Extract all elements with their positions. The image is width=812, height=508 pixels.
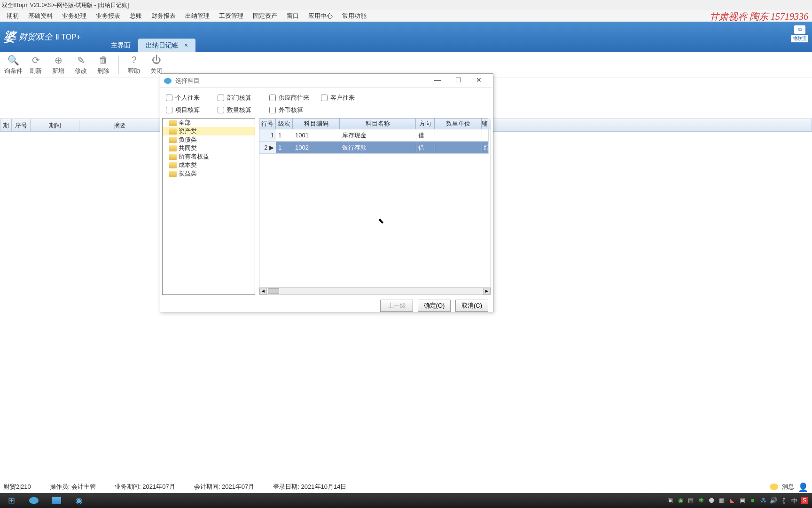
task-explorer[interactable] — [45, 493, 68, 508]
check-fx[interactable]: 外币核算 — [269, 106, 321, 114]
bg-col[interactable]: 期间 — [31, 119, 79, 131]
qr-icon[interactable]: ⧉ — [794, 25, 805, 34]
dialog-filters: 个人往来 部门核算 供应商往来 客户往来 项目核算 数量核算 外币核算 — [160, 88, 493, 118]
user-icon[interactable]: 👤 — [798, 482, 806, 492]
scroll-thumb[interactable] — [268, 288, 279, 294]
tray-ime[interactable]: 中 — [790, 497, 798, 504]
tree-item-liab[interactable]: 负债类 — [163, 135, 255, 144]
bg-col[interactable]: 摘要 — [79, 119, 160, 131]
menu-item[interactable]: 财务报表 — [147, 10, 180, 22]
tab-journal[interactable]: 出纳日记账 × — [138, 39, 195, 52]
menu-item[interactable]: 业务处理 — [57, 10, 91, 22]
tray-icon[interactable]: ▣ — [739, 497, 746, 504]
explorer-icon — [52, 497, 61, 504]
table-row[interactable]: 1 1 1001 库存现金 借 — [259, 129, 491, 142]
close-button[interactable]: ⏻关闭 — [145, 55, 168, 75]
menu-item[interactable]: 常用功能 — [337, 10, 371, 22]
tray-icon[interactable]: ▦ — [718, 497, 726, 504]
col-code[interactable]: 科目编码 — [293, 118, 340, 129]
menu-item[interactable]: 固定资产 — [248, 10, 282, 22]
task-screenshot[interactable]: ◉ — [68, 493, 90, 508]
cancel-button[interactable]: 取消(C) — [455, 300, 488, 312]
title-text: 双全ⅡTop+ V21.0<S>-网络版-试用版 - [出纳日记账] — [2, 2, 129, 8]
tray-wifi-icon[interactable]: ⸨ — [780, 497, 788, 504]
tray-icon[interactable]: ▣ — [666, 497, 674, 504]
help-button[interactable]: ?帮助 — [123, 55, 145, 75]
table-row[interactable]: 2 ▶ 1 1002 银行存款 借 结 — [259, 142, 491, 154]
folder-icon — [169, 145, 177, 151]
query-button[interactable]: 🔍询条件 — [2, 55, 24, 75]
check-personal[interactable]: 个人往来 — [166, 94, 218, 102]
search-icon: 🔍 — [8, 55, 19, 66]
menu-item[interactable]: 出纳管理 — [180, 10, 214, 22]
refresh-button[interactable]: ⟳刷新 — [24, 55, 47, 75]
scroll-left-icon[interactable]: ◄ — [259, 288, 267, 294]
tab-main[interactable]: 主界面 — [103, 39, 138, 52]
menu-item[interactable]: 基础资料 — [23, 10, 57, 22]
app-icon — [164, 78, 172, 84]
menu-item[interactable]: 工资管理 — [214, 10, 248, 22]
check-qty[interactable]: 数量核算 — [218, 106, 269, 114]
grid-rows[interactable]: 1 1 1001 库存现金 借 2 ▶ 1 1002 银行存款 借 结 — [259, 129, 491, 287]
close-button[interactable]: ✕ — [468, 74, 489, 87]
logo-main: 婆 — [4, 29, 17, 45]
folder-icon — [169, 120, 177, 126]
ok-button[interactable]: 确定(O) — [418, 300, 451, 312]
edit-button[interactable]: ✎修改 — [70, 55, 92, 75]
tree-item-assets[interactable]: 资产类 — [163, 127, 255, 135]
menu-item[interactable]: 应用中心 — [304, 10, 337, 22]
scroll-right-icon[interactable]: ► — [483, 288, 491, 294]
status-bar: 财贸2j210 操作员: 会计主管 业务期间: 2021年07月 会计期间: 2… — [0, 480, 812, 493]
tree-item-equity[interactable]: 所有者权益 — [163, 152, 255, 161]
system-tray: ▣ ◉ ▤ ❃ ⯃ ▦ ◣ ▣ ■ ⁂ 🔊 ⸨ 中 S — [666, 497, 812, 504]
check-customer[interactable]: 客户往来 — [321, 94, 373, 102]
menu-item[interactable]: 业务报表 — [91, 10, 125, 22]
tree-item-pl[interactable]: 损益类 — [163, 169, 255, 178]
tray-icon[interactable]: ◉ — [677, 497, 684, 504]
edit-icon: ✎ — [77, 55, 85, 66]
col-aux[interactable]: 辅 — [482, 118, 488, 129]
tree-item-all[interactable]: 全部 — [163, 119, 255, 127]
col-name[interactable]: 科目名称 — [340, 118, 416, 129]
tray-wechat-icon[interactable]: ❃ — [697, 497, 705, 504]
tray-bluetooth-icon[interactable]: ⁂ — [759, 497, 767, 504]
app-header: 婆 财贸双全 Ⅱ TOP+ 主界面 出纳日记账 × ⧉ 物联宝 — [0, 22, 812, 52]
horizontal-scrollbar[interactable]: ◄ ► — [259, 287, 491, 295]
dialog-titlebar[interactable]: 选择科目 — ☐ ✕ — [160, 74, 493, 88]
add-button[interactable]: ⊕新增 — [47, 55, 70, 75]
col-unit[interactable]: 数里单位 — [435, 118, 482, 129]
col-level[interactable]: 级次 — [276, 118, 293, 129]
start-button[interactable]: ⊞ — [0, 493, 23, 508]
message-label[interactable]: 消息 — [782, 483, 794, 491]
tray-icon[interactable]: ⯃ — [708, 497, 715, 504]
dialog-title: 选择科目 — [175, 77, 427, 85]
col-dir[interactable]: 方向 — [416, 118, 435, 129]
tree-item-cost[interactable]: 成本类 — [163, 161, 255, 169]
tab-close-icon[interactable]: × — [184, 41, 188, 49]
maximize-button[interactable]: ☐ — [448, 74, 468, 87]
message-icon[interactable] — [770, 484, 778, 490]
minimize-button[interactable]: — — [427, 74, 448, 87]
menu-item[interactable]: 总账 — [125, 10, 147, 22]
check-project[interactable]: 项目核算 — [166, 106, 218, 114]
menu-item[interactable]: 窗口 — [282, 10, 304, 22]
tree-item-common[interactable]: 共同类 — [163, 144, 255, 152]
tray-icon[interactable]: ■ — [749, 497, 757, 504]
check-supplier[interactable]: 供应商往来 — [269, 94, 321, 102]
bg-col[interactable]: 序号 — [12, 119, 31, 131]
check-dept[interactable]: 部门核算 — [218, 94, 269, 102]
taskbar: ⊞ ◉ ▣ ◉ ▤ ❃ ⯃ ▦ ◣ ▣ ■ ⁂ 🔊 ⸨ 中 S — [0, 493, 812, 508]
tray-icon[interactable]: ◣ — [728, 497, 736, 504]
tray-icon[interactable]: ▤ — [687, 497, 695, 504]
tray-sogou-icon[interactable]: S — [801, 497, 808, 504]
menu-item[interactable]: 期初 — [2, 10, 23, 22]
wlb-badge[interactable]: 物联宝 — [791, 35, 808, 42]
task-app[interactable] — [23, 493, 45, 508]
col-rownum[interactable]: 行号 — [259, 118, 276, 129]
delete-button[interactable]: 🗑删除 — [92, 55, 115, 75]
subject-tree[interactable]: 全部 资产类 负债类 共同类 所有者权益 成本类 损益类 — [162, 118, 255, 295]
bg-col[interactable]: 期 — [0, 119, 12, 131]
status-account: 财贸2j210 — [4, 483, 31, 491]
prev-level-button[interactable]: 上一级 — [380, 300, 413, 312]
tray-volume-icon[interactable]: 🔊 — [770, 497, 777, 504]
